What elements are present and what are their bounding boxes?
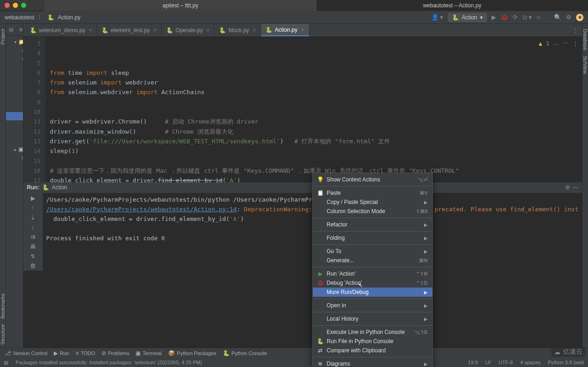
editor-tab[interactable]: 🐍selenium_demo.py× [25, 24, 97, 36]
down-icon[interactable]: ⇣ [29, 214, 37, 221]
code-line[interactable]: from selenium.webdriver import ActionCha… [50, 87, 582, 97]
close-icon[interactable]: × [153, 27, 157, 34]
coverage-button[interactable]: ⟳ [513, 14, 518, 21]
stop-button[interactable]: ■ [537, 14, 540, 21]
menu-item[interactable]: Refactor▶ [313, 220, 432, 229]
inspection-count[interactable]: 1 [546, 39, 549, 48]
editor-tab[interactable]: 🐍Mock.py× [215, 24, 261, 36]
tree-item[interactable]: ▾📁webautotest ~/PycharmPr [6, 38, 23, 46]
editor-tab[interactable]: 🐍Action.py× [261, 24, 309, 36]
close-icon[interactable]: × [89, 27, 92, 34]
run-hide-icon[interactable]: — [573, 184, 578, 191]
editor-tab[interactable]: 🐍element_test.py× [97, 24, 162, 36]
inspection-nav[interactable]: ︿ ﹀ [553, 39, 569, 48]
tree-item[interactable]: ▸📁bin [6, 46, 23, 54]
code-line[interactable]: sleep(1) [50, 146, 582, 156]
select-opened-icon[interactable]: ⊕ [19, 27, 23, 33]
user-icon[interactable]: 👤 ▾ [431, 14, 444, 21]
tree-item[interactable]: 🐍test.py [6, 137, 23, 145]
breadcrumb-project[interactable]: webautotest [5, 14, 34, 21]
code-line[interactable]: from selenium import webdriver [50, 78, 582, 87]
menu-item[interactable]: 📋Paste⌘V [313, 188, 432, 198]
trash-icon[interactable]: 🗑 [29, 262, 37, 269]
inspection-menu[interactable]: ⋮ [572, 39, 578, 48]
menu-item[interactable]: ≋Diagrams▶ [313, 359, 432, 367]
database-tool-tab[interactable]: Database [582, 26, 588, 53]
menu-item[interactable]: ▶Run 'Action'⌃⇧R [313, 269, 432, 278]
menu-item[interactable]: Go To▶ [313, 247, 432, 256]
up-icon[interactable]: ↓ [29, 224, 37, 231]
tool-window-tab[interactable]: 🐍Python Console [223, 350, 267, 356]
structure-tool-tab[interactable]: Structure [0, 322, 6, 348]
close-icon[interactable]: × [253, 27, 256, 34]
tree-item[interactable]: ▸▣External Libraries [6, 145, 23, 153]
code-line[interactable] [50, 107, 582, 117]
status-encoding[interactable]: UTF-8 [498, 360, 513, 365]
tool-window-tab[interactable]: ▶Run [54, 350, 69, 356]
tool-window-tab[interactable]: ⊘Problems [102, 350, 129, 356]
menu-item[interactable]: More Run/Debug▶ [313, 288, 432, 297]
settings-icon[interactable]: ⚙ [566, 14, 571, 21]
tree-item[interactable]: ≡geckodriver.log [6, 96, 23, 104]
menu-item[interactable]: Column Selection Mode⇧⌘8 [313, 207, 432, 216]
tree-item[interactable]: 🐍Mock.py [6, 104, 23, 112]
run-tab-label[interactable]: Action [52, 184, 67, 191]
mac-close-icon[interactable] [5, 3, 10, 8]
breadcrumb-file[interactable]: Action.py [58, 14, 80, 21]
menu-item[interactable]: ⇄Compare with Clipboard [313, 346, 432, 355]
run-config-select[interactable]: 🐍 Action ▾ [448, 13, 486, 22]
search-icon[interactable]: 🔍 [554, 14, 561, 21]
status-line-sep[interactable]: LF [485, 360, 491, 365]
code-line[interactable] [50, 97, 582, 107]
window-tab[interactable]: webautotest – Action.py [317, 0, 588, 11]
menu-item[interactable]: Folding▶ [313, 233, 432, 243]
sciview-tool-tab[interactable]: SciView [582, 53, 588, 77]
stop-run-icon[interactable]: ↑ [29, 204, 37, 211]
close-icon[interactable]: × [301, 27, 305, 33]
bookmarks-tool-tab[interactable]: Bookmarks [0, 291, 6, 322]
menu-item[interactable]: Execute Line in Python Console⌥⇧E [313, 327, 432, 337]
status-interpreter[interactable]: Python 3.8 (web [548, 360, 585, 365]
close-icon[interactable]: × [206, 27, 209, 34]
rerun-icon[interactable]: ▶ [29, 195, 37, 202]
run-button[interactable]: ▶ [492, 14, 496, 21]
tree-item[interactable]: 🐍selenium_demo.py [6, 129, 23, 137]
menu-item[interactable]: Local History▶ [313, 314, 432, 323]
profile-button[interactable]: ⊙ ▾ [522, 14, 532, 21]
mac-zoom-icon[interactable] [21, 3, 26, 8]
tree-item[interactable]: 🐍elements_test.py [6, 87, 23, 96]
tree-item[interactable]: 🐍Operate.py [6, 112, 23, 120]
status-indent[interactable]: 4 spaces [520, 360, 540, 365]
code-line[interactable]: driver.get('file:///Users/workspace/WEB_… [50, 136, 582, 146]
menu-item[interactable]: Open In▶ [313, 301, 432, 310]
tool-window-tab[interactable]: ▣Terminal [136, 350, 162, 356]
project-tool-tab[interactable]: Project [0, 26, 6, 47]
tree-item[interactable]: 🐍element_test.py [6, 79, 23, 87]
tree-item[interactable]: ⚙pyvenv.cfg [6, 120, 23, 129]
code-line[interactable]: driver.maximize_window() # Chrome 浏览器最大化 [50, 127, 582, 136]
debug-button[interactable]: 🐞 [501, 14, 508, 21]
tree-item[interactable]: ◎Scratches and Consoles [6, 153, 23, 162]
tree-item[interactable]: 🐍Action.py [6, 71, 23, 79]
tree-item[interactable]: ▸📁lib [6, 54, 23, 62]
mac-minimize-icon[interactable] [13, 3, 18, 8]
editor-tab[interactable]: 🐍Operate.py× [162, 24, 215, 36]
status-caret-pos[interactable]: 19:9 [468, 360, 478, 365]
code-line[interactable] [50, 156, 582, 166]
menu-item[interactable]: 💡Show Context Actions⌥⏎ [313, 175, 432, 184]
menu-item[interactable]: Generate...⌘N [313, 256, 432, 265]
tool-window-tab[interactable]: ⎇Version Control [5, 350, 47, 356]
code-line[interactable]: driver = webdriver.Chrome() # 启动 Chrome浏… [50, 117, 582, 126]
tool-window-tab[interactable]: 📦Python Packages [168, 350, 216, 356]
menu-item[interactable]: Copy / Paste Special▶ [313, 198, 432, 207]
print-icon[interactable]: 🖶 [29, 243, 37, 250]
window-tab[interactable]: apitest – tttt.py [45, 0, 317, 11]
tool-window-tab[interactable]: ≡TODO [75, 350, 95, 356]
tab-menu-icon[interactable]: ⋮ [569, 27, 582, 34]
inspection-warning-icon[interactable]: ▲ [539, 39, 543, 48]
clear-icon[interactable]: ↯ [29, 253, 37, 260]
menu-item[interactable]: 🐞Debug 'Action'⌃⇧D [313, 278, 432, 288]
soft-wrap-icon[interactable]: ⇉ [29, 233, 37, 240]
code-line[interactable]: from time import sleep [50, 68, 582, 78]
menu-item[interactable]: 🐍Run File in Python Console [313, 337, 432, 346]
